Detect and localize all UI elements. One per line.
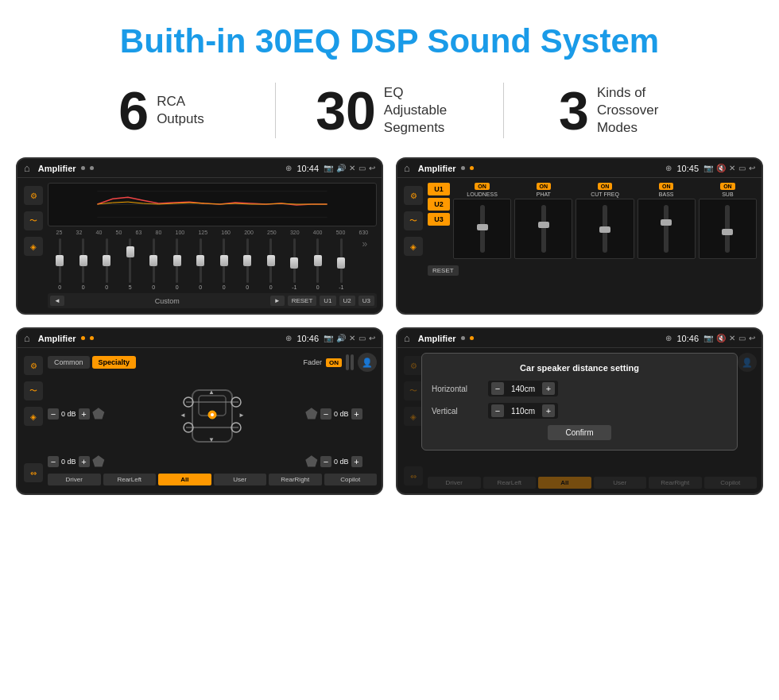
distance-dialog: Car speaker distance setting Horizontal …	[421, 353, 738, 451]
back-icon-4[interactable]: ↩	[749, 334, 755, 342]
cutfreq-on-btn[interactable]: ON	[598, 183, 613, 190]
btn-rear-left[interactable]: RearLeft	[103, 474, 157, 485]
vertical-minus-btn[interactable]: −	[491, 404, 504, 417]
eq-slider-2[interactable]: 0	[73, 238, 95, 290]
loudness-slider[interactable]	[453, 199, 511, 259]
amp-presets: U1 U2 U3	[428, 183, 450, 259]
eq-u1-button[interactable]: U1	[320, 296, 335, 306]
back-icon[interactable]: ↩	[369, 164, 375, 172]
stat-eq-number: 30	[316, 83, 376, 137]
phat-on-btn[interactable]: ON	[537, 183, 552, 190]
sub-on-btn[interactable]: ON	[720, 183, 735, 190]
status-icons-4: 📷 🔇 ✕ ▭ ↩	[703, 334, 755, 342]
fader-bottom-buttons: Driver RearLeft All User RearRight Copil…	[48, 474, 377, 485]
phat-slider[interactable]	[514, 199, 572, 259]
vertical-plus-btn[interactable]: +	[542, 404, 555, 417]
sp-fr-minus[interactable]: −	[320, 408, 331, 420]
btn-user[interactable]: User	[214, 474, 267, 485]
amp-reset-button[interactable]: RESET	[428, 265, 459, 276]
eq-slider-more[interactable]: »	[355, 238, 376, 290]
tab-specialty[interactable]: Specialty	[92, 356, 137, 369]
volume-icon: 🔊	[336, 164, 346, 172]
btn-rear-right[interactable]: RearRight	[269, 474, 322, 485]
sp-rr-plus[interactable]: +	[351, 456, 362, 467]
horizontal-value: 140cm	[507, 385, 539, 393]
eq-slider-1[interactable]: 0	[49, 238, 71, 290]
stat-crossover-label: Kinds ofCrossover Modes	[597, 84, 676, 137]
sp-fl-plus[interactable]: +	[79, 408, 90, 420]
home-icon-3[interactable]: ⌂	[24, 332, 30, 344]
eq-slider-13[interactable]: -1	[331, 238, 352, 290]
confirm-button[interactable]: Confirm	[548, 425, 611, 440]
eq-slider-8[interactable]: 0	[214, 238, 235, 290]
speaker-ctrl-fr: ⬟ − 0 dB +	[305, 405, 377, 423]
eq-vol-icon[interactable]: ◈	[24, 237, 43, 256]
sp-fl-minus[interactable]: −	[48, 408, 59, 420]
bass-slider[interactable]	[638, 199, 696, 259]
svg-text:►: ►	[238, 412, 245, 419]
sp-fr-plus[interactable]: +	[351, 408, 362, 420]
back-icon-3[interactable]: ↩	[369, 334, 375, 342]
fader-on-toggle[interactable]: ON	[326, 358, 342, 367]
sp-rl-plus[interactable]: +	[79, 456, 90, 467]
back-icon-2[interactable]: ↩	[749, 164, 755, 172]
fader-wave-icon[interactable]: 〜	[24, 381, 43, 400]
amp-vol-icon[interactable]: ◈	[404, 237, 423, 256]
battery-icon-2: ▭	[738, 164, 746, 172]
amp-settings-icon[interactable]: ⚙	[404, 186, 423, 205]
horizontal-plus-btn[interactable]: +	[542, 382, 555, 395]
tab-common[interactable]: Common	[48, 356, 90, 369]
sp-rr-minus[interactable]: −	[320, 456, 331, 467]
loudness-on-btn[interactable]: ON	[475, 183, 490, 190]
amp-preset-u2[interactable]: U2	[428, 198, 450, 211]
eq-slider-7[interactable]: 0	[190, 238, 211, 290]
amp-preset-u1[interactable]: U1	[428, 183, 450, 195]
x-icon-4: ✕	[729, 334, 735, 342]
fader-tabs: Common Specialty	[48, 356, 136, 369]
fader-arrows-icon[interactable]: ⇔	[24, 463, 43, 482]
dot-orange-3	[81, 336, 85, 340]
eq-slider-12[interactable]: 0	[308, 238, 329, 290]
eq-preset-label: Custom	[68, 297, 267, 305]
btn-driver[interactable]: Driver	[48, 474, 101, 485]
eq-freq-labels: 2532405063 80100125160200 25032040050063…	[48, 230, 377, 235]
eq-reset-button[interactable]: RESET	[288, 296, 317, 306]
screen-fader-card: ⌂ Amplifier ⊕ 10:46 📷 🔊 ✕ ▭ ↩ ⚙ 〜 ◈	[16, 327, 383, 495]
eq-slider-3[interactable]: 0	[96, 238, 118, 290]
fader4-wave-icon: 〜	[404, 381, 423, 400]
home-icon-4[interactable]: ⌂	[404, 332, 410, 344]
amp-preset-u3[interactable]: U3	[428, 213, 450, 226]
btn-all[interactable]: All	[158, 474, 211, 485]
eq-u3-button[interactable]: U3	[358, 296, 374, 306]
amp-wave-icon[interactable]: 〜	[404, 211, 423, 230]
eq-slider-4[interactable]: 5	[120, 238, 141, 290]
cutfreq-slider[interactable]	[576, 199, 634, 259]
home-icon[interactable]: ⌂	[24, 162, 30, 174]
eq-wave-icon[interactable]: 〜	[24, 211, 43, 230]
btn-copilot[interactable]: Copilot	[324, 474, 378, 485]
eq-u2-button[interactable]: U2	[339, 296, 355, 306]
screen4-status-bar: ⌂ Amplifier ⊕ 10:46 📷 🔇 ✕ ▭ ↩	[397, 329, 762, 348]
eq-slider-6[interactable]: 0	[167, 238, 188, 290]
dialog-horizontal-stepper[interactable]: − 140cm +	[488, 381, 558, 396]
eq-settings-icon[interactable]: ⚙	[24, 186, 43, 205]
eq-slider-5[interactable]: 0	[143, 238, 165, 290]
fader-vol-icon[interactable]: ◈	[24, 407, 43, 426]
sub-slider[interactable]	[699, 199, 757, 259]
dialog-vertical-stepper[interactable]: − 110cm +	[488, 403, 558, 419]
screen3-time: 10:46	[296, 334, 319, 343]
home-icon-2[interactable]: ⌂	[404, 162, 410, 174]
amp-channels: ON LOUDNESS ON PHAT	[453, 183, 757, 259]
eq-slider-9[interactable]: 0	[237, 238, 258, 290]
dot-gray	[81, 166, 85, 170]
eq-slider-11[interactable]: -1	[284, 238, 305, 290]
screen2-status-bar: ⌂ Amplifier ⊕ 10:45 📷 🔇 ✕ ▭ ↩	[397, 159, 762, 178]
fader-settings-icon[interactable]: ⚙	[24, 356, 43, 375]
horizontal-minus-btn[interactable]: −	[491, 382, 504, 395]
page-title: Buith-in 30EQ DSP Sound System	[0, 0, 779, 75]
bass-on-btn[interactable]: ON	[659, 183, 674, 190]
eq-slider-10[interactable]: 0	[261, 238, 282, 290]
eq-next-button[interactable]: ►	[270, 296, 285, 306]
eq-prev-button[interactable]: ◄	[50, 296, 64, 306]
sp-rl-minus[interactable]: −	[48, 456, 59, 467]
